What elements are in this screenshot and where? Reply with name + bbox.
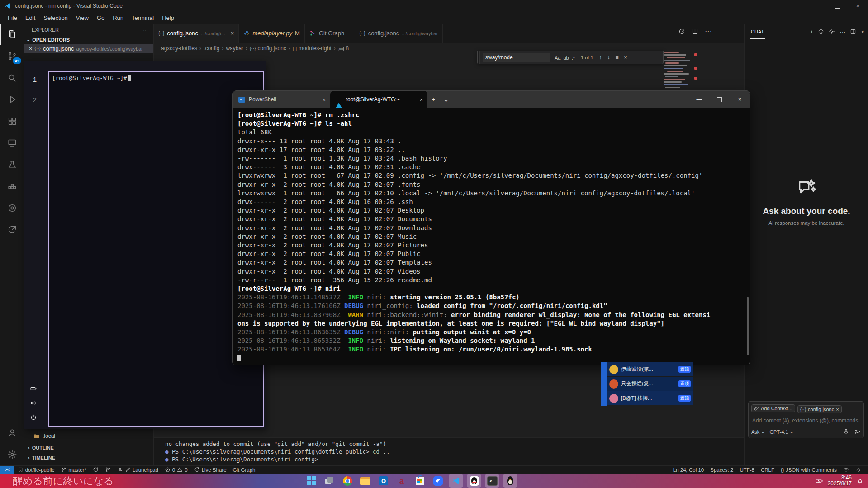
breadcrumb-item[interactable]: .config bbox=[204, 45, 219, 52]
menu-view[interactable]: View bbox=[72, 14, 93, 22]
menu-file[interactable]: File bbox=[4, 14, 21, 22]
open-editor-icon[interactable] bbox=[850, 28, 856, 35]
activity-run-debug-icon[interactable] bbox=[0, 89, 24, 110]
speaker-icon[interactable] bbox=[30, 399, 37, 407]
tab-close-icon[interactable]: × bbox=[419, 96, 423, 103]
find-close-icon[interactable]: × bbox=[623, 54, 629, 61]
tab-mediaplayer-py[interactable]: mediaplayer.pyM bbox=[239, 24, 305, 43]
niri-terminal-window[interactable]: [root@SilverAg-WTG ~]# bbox=[48, 71, 264, 427]
minimize-button[interactable]: — bbox=[807, 0, 827, 12]
taskbar-chrome-icon[interactable] bbox=[340, 474, 355, 488]
new-chat-icon[interactable]: + bbox=[810, 28, 814, 35]
taskbar-clock[interactable]: 3:46 2025/8/17 bbox=[828, 475, 852, 487]
breadcrumb-item[interactable]: waybar bbox=[226, 45, 243, 52]
context-chip-add-context-[interactable]: Add Context... bbox=[751, 404, 795, 412]
waybar-workspace-2[interactable]: 2 bbox=[30, 96, 40, 104]
chat-input-box[interactable]: Add Context...{··}config.jsonc× Add cont… bbox=[748, 401, 864, 438]
status-branch-icon[interactable] bbox=[102, 466, 114, 474]
terminal-maximize-button[interactable] bbox=[709, 91, 730, 108]
status-ln-24-col-10[interactable]: Ln 24, Col 10 bbox=[670, 466, 707, 474]
status-git-graph[interactable]: Git Graph bbox=[230, 466, 259, 474]
minimap[interactable] bbox=[663, 51, 698, 95]
terminal-close-button[interactable]: × bbox=[730, 91, 750, 108]
find-option-Aa[interactable]: Aa bbox=[553, 55, 562, 61]
taskbar-taskview-icon[interactable] bbox=[322, 474, 337, 488]
tab-chat[interactable]: CHAT bbox=[750, 25, 765, 39]
breadcrumb-item[interactable]: {··}config.jsonc bbox=[250, 45, 286, 52]
power-icon[interactable] bbox=[30, 414, 37, 421]
find-option-ab[interactable]: ab bbox=[562, 55, 570, 61]
activity-flask-icon[interactable] bbox=[0, 154, 24, 175]
chat-mode-select[interactable]: Ask⌄ bbox=[751, 429, 765, 435]
taskbar-terminal-icon[interactable]: >_ bbox=[485, 474, 499, 488]
taskbar-outlook-icon[interactable]: O bbox=[376, 474, 391, 488]
open-editor-item[interactable]: × {··} config.jsonc agxcoy-dotfiles\.con… bbox=[24, 44, 153, 53]
open-editors-header[interactable]: ⌄ OPEN EDITORS bbox=[24, 35, 153, 44]
menu-help[interactable]: Help bbox=[158, 14, 178, 22]
outline-section[interactable]: › OUTLINE bbox=[24, 443, 154, 452]
tab-close-icon[interactable]: × bbox=[322, 96, 326, 103]
context-chip-config-jsonc[interactable]: {··}config.jsonc× bbox=[797, 405, 842, 413]
close-icon[interactable]: × bbox=[29, 45, 33, 52]
status-rocket-icon-pencil-icon-launchpad[interactable]: Launchpad bbox=[114, 466, 161, 474]
menu-run[interactable]: Run bbox=[109, 14, 128, 22]
tab-dropdown-icon[interactable]: ⌄ bbox=[439, 96, 453, 103]
activity-extensions-icon[interactable] bbox=[0, 110, 24, 132]
terminal-tab-active[interactable]: root@SilverAg-WTG:~× bbox=[330, 91, 427, 108]
status-utf-8[interactable]: UTF-8 bbox=[736, 466, 758, 474]
find-input[interactable]: sway/mode bbox=[483, 53, 550, 62]
maximize-button[interactable] bbox=[827, 0, 848, 12]
chat-model-select[interactable]: GPT-4.1⌄ bbox=[770, 429, 794, 435]
tab-config-jsonc[interactable]: {··}config.jsonc...\config\waybar bbox=[355, 24, 443, 43]
status-crlf[interactable]: CRLF bbox=[758, 466, 778, 474]
terminal-tab-inactive[interactable]: >_PowerShell× bbox=[233, 91, 330, 108]
taskbar-qq-icon[interactable] bbox=[467, 474, 481, 488]
tree-item-local[interactable]: .local bbox=[24, 433, 154, 439]
tab-config-jsonc[interactable]: {··}config.jsonc...\config\...× bbox=[154, 24, 239, 43]
activity-remote-explorer-icon[interactable] bbox=[0, 132, 24, 154]
history-icon[interactable] bbox=[818, 28, 824, 35]
qq-group-row[interactable]: [B@T] 枝摆...置顶 bbox=[607, 391, 693, 405]
activity-source-control-icon[interactable]: 93 bbox=[0, 45, 24, 67]
taskbar-a-app-icon[interactable]: a bbox=[394, 474, 409, 488]
new-tab-button[interactable]: + bbox=[427, 96, 439, 103]
activity-files-icon[interactable] bbox=[0, 24, 24, 45]
breadcrumb-item[interactable]: agxcoy-dotfiles bbox=[161, 45, 197, 52]
status--json-with-comments[interactable]: {} JSON with Comments bbox=[778, 466, 840, 474]
battery-icon[interactable] bbox=[30, 385, 37, 392]
activity-target-icon[interactable] bbox=[0, 197, 24, 219]
tab-git-graph[interactable]: Git Graph bbox=[305, 24, 349, 43]
status-bell-icon[interactable] bbox=[852, 466, 864, 474]
notification-bell-icon[interactable] bbox=[856, 477, 863, 484]
status-branch-icon-master-[interactable]: master* bbox=[57, 466, 90, 474]
activity-containers-icon[interactable] bbox=[0, 175, 24, 197]
menu-edit[interactable]: Edit bbox=[21, 14, 39, 22]
terminal-minimize-button[interactable]: — bbox=[689, 91, 709, 108]
chip-close-icon[interactable]: × bbox=[836, 407, 839, 412]
menu-selection[interactable]: Selection bbox=[39, 14, 71, 22]
niri-winit-window[interactable]: 12 [root@SilverAg-WTG ~]# bbox=[24, 61, 266, 429]
close-icon[interactable]: × bbox=[861, 28, 864, 35]
find-in-selection-icon[interactable]: ≡ bbox=[614, 54, 620, 61]
taskbar-vscode-icon[interactable] bbox=[449, 474, 463, 488]
windows-terminal-window[interactable]: >_PowerShell×root@SilverAg-WTG:~× + ⌄ — … bbox=[232, 90, 750, 365]
chat-input-placeholder[interactable]: Add context (#), extensions (@), command… bbox=[752, 417, 861, 424]
activity-account-icon[interactable] bbox=[0, 422, 24, 444]
find-grip[interactable] bbox=[478, 51, 480, 64]
status-live-share-icon-live-share[interactable]: Live Share bbox=[191, 466, 230, 474]
find-previous-icon[interactable]: ↑ bbox=[598, 54, 603, 61]
find-option-[interactable]: .* bbox=[570, 55, 576, 61]
find-next-icon[interactable]: ↓ bbox=[606, 54, 612, 61]
more-icon[interactable]: ··· bbox=[840, 28, 845, 35]
status-spaces-2[interactable]: Spaces: 2 bbox=[707, 466, 736, 474]
qq-window-edge[interactable] bbox=[601, 362, 607, 406]
breadcrumb-item[interactable]: abc8 bbox=[338, 45, 349, 52]
sidebar-more-icon[interactable]: ··· bbox=[143, 27, 148, 33]
taskbar-feishu-icon[interactable] bbox=[431, 474, 445, 488]
status-sync-icon[interactable] bbox=[90, 466, 102, 474]
history-icon[interactable] bbox=[678, 28, 685, 35]
send-icon[interactable] bbox=[854, 428, 861, 435]
status-error-icon-0-warning-icon-0[interactable]: 00 bbox=[161, 466, 191, 474]
menu-go[interactable]: Go bbox=[93, 14, 109, 22]
close-button[interactable]: × bbox=[848, 0, 868, 12]
